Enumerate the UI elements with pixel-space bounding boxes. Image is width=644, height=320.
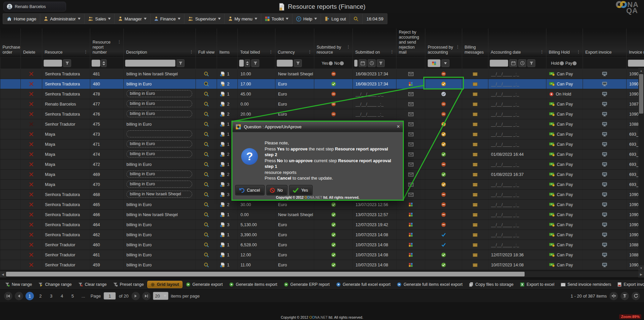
first-page-button[interactable] [4,292,12,300]
full-view-cell[interactable] [196,230,217,240]
filter-input[interactable] [354,60,358,67]
toolbar-send-invoice-reminders[interactable]: Send invoice reminders [558,281,614,288]
billing-hold-cell[interactable]: Can Pay [546,139,583,149]
description-input[interactable]: billing in Euro [126,100,192,107]
export-invoice-cell[interactable] [583,129,627,139]
full-view-cell[interactable] [196,129,217,139]
processed-by-accounting-cell[interactable] [425,200,462,210]
table-row-460[interactable]: Senhor Tradutor460billing in Euro16,528.… [0,240,644,250]
yes-button[interactable]: Yes [289,185,313,195]
column-menu-icon[interactable]: ⋮ [390,50,394,54]
reject-by-accounting-cell[interactable] [396,99,425,109]
table-row-481[interactable]: Senhora Tradutora481billing in New Israe… [0,69,644,79]
radio-icon[interactable] [340,61,344,65]
submitted-by-resource-cell[interactable] [314,109,353,119]
table-row-465[interactable]: Senhora Tradutora465billing in Euro230.0… [0,200,644,210]
billing-hold-cell[interactable]: Can Pay [546,230,583,240]
description-cell[interactable]: billing in Euro [124,89,196,99]
billing-messages-cell[interactable] [462,119,488,129]
billing-hold-cell[interactable]: On Hold [546,89,583,99]
column-header-total-billed[interactable]: Total billed⋮ [238,28,275,58]
filter-input[interactable] [490,60,508,67]
export-invoice-cell[interactable] [583,210,627,220]
toolbar-generate-items-export[interactable]: Generate items export [226,281,280,288]
page-number-1[interactable]: 1 [25,292,34,300]
description-cell[interactable]: billing in Euro [124,109,196,119]
column-header-delete[interactable]: Delete [21,28,42,58]
menu-item-sales[interactable]: Sales [85,14,115,24]
menu-item-log-out[interactable]: Log out [321,14,350,24]
toolbar-generate-export[interactable]: Generate export [183,281,226,288]
billing-messages-cell[interactable] [462,250,488,260]
filter-funnel-icon[interactable] [294,59,302,67]
export-invoice-cell[interactable] [583,109,627,119]
menu-item-my-menu[interactable]: My menu [225,14,261,24]
items-cell[interactable]: 1 [217,69,238,79]
menu-search[interactable] [350,14,363,24]
billing-messages-cell[interactable] [462,109,488,119]
billing-hold-cell[interactable]: Can Pay [546,69,583,79]
column-menu-icon[interactable]: ⋮ [269,50,273,54]
vertical-scroll-thumb[interactable] [639,74,643,114]
export-invoice-cell[interactable] [583,240,627,250]
billing-hold-cell[interactable]: Can Pay [546,129,583,139]
dialog-title-bar[interactable]: Question : Approve/UnAprove × [232,122,403,132]
delete-cell[interactable] [21,180,42,190]
horizontal-scroll-thumb[interactable] [6,272,525,276]
items-cell[interactable]: 1 [217,240,238,250]
items-cell[interactable]: 1 [217,89,238,99]
export-invoice-cell[interactable] [583,260,627,270]
export-invoice-cell[interactable] [583,79,627,89]
toolbar-export-invoices[interactable]: Export invoices [614,281,644,288]
column-header-accounting-date[interactable]: Accounting date⋮ [488,28,546,58]
table-row-464[interactable]: Senhora Tradutora464billing in Euro35,13… [0,220,644,230]
delete-cell[interactable] [21,129,42,139]
delete-cell[interactable] [21,240,42,250]
description-cell[interactable]: billing in Euro [124,149,196,159]
reject-by-accounting-cell[interactable] [396,69,425,79]
reject-by-accounting-cell[interactable] [396,109,425,119]
toolbar-change-range[interactable]: Change range [35,281,74,288]
refresh-button[interactable] [632,292,640,300]
items-cell[interactable]: 2 [217,109,238,119]
description-cell[interactable]: billing in Euro [124,170,196,180]
submitted-by-resource-cell[interactable] [314,69,353,79]
full-view-cell[interactable] [196,89,217,99]
billing-hold-cell[interactable]: Can Pay [546,210,583,220]
full-view-cell[interactable] [196,109,217,119]
export-invoice-cell[interactable] [583,190,627,200]
toolbar-grid-layout[interactable]: Grid layout [147,281,182,288]
column-menu-icon[interactable]: ⋮ [117,40,121,44]
description-input[interactable]: billing in Euro [126,171,192,178]
billing-hold-cell[interactable]: Can Pay [546,79,583,89]
reject-by-accounting-cell[interactable] [396,240,425,250]
toolbar-copy-files-to-storage[interactable]: Copy files to storage [466,281,517,288]
toolbar-generate-full-excel-export[interactable]: Generate full excel export [333,281,393,288]
column-menu-icon[interactable]: ⋮ [189,50,194,54]
billing-messages-cell[interactable] [462,139,488,149]
toolbar-clear-range[interactable]: Clear range [75,281,110,288]
full-view-cell[interactable] [196,250,217,260]
full-view-cell[interactable] [196,159,217,170]
clear-filters-button[interactable] [621,292,629,300]
menu-item-home-page[interactable]: Home page [3,14,40,24]
column-menu-icon[interactable]: ⋮ [576,50,581,54]
billing-hold-cell[interactable]: Can Pay [546,250,583,260]
scroll-left-icon[interactable]: ◀ [0,271,6,277]
billing-hold-cell[interactable]: Can Pay [546,159,583,170]
billing-messages-cell[interactable] [462,190,488,200]
toolbar-new-range[interactable]: New range [2,281,35,288]
billing-messages-cell[interactable] [462,240,488,250]
export-invoice-cell[interactable] [583,69,627,79]
submitted-by-resource-cell[interactable] [314,200,353,210]
filter-funnel-icon[interactable] [377,59,385,67]
submitted-by-resource-cell[interactable] [314,240,353,250]
full-view-cell[interactable] [196,119,217,129]
full-view-cell[interactable] [196,260,217,270]
delete-cell[interactable] [21,250,42,260]
billing-messages-cell[interactable] [462,99,488,109]
prev-page-button[interactable] [15,292,23,300]
filter-input[interactable] [92,60,100,67]
processed-by-accounting-cell[interactable] [425,109,462,119]
delete-cell[interactable] [21,260,42,270]
